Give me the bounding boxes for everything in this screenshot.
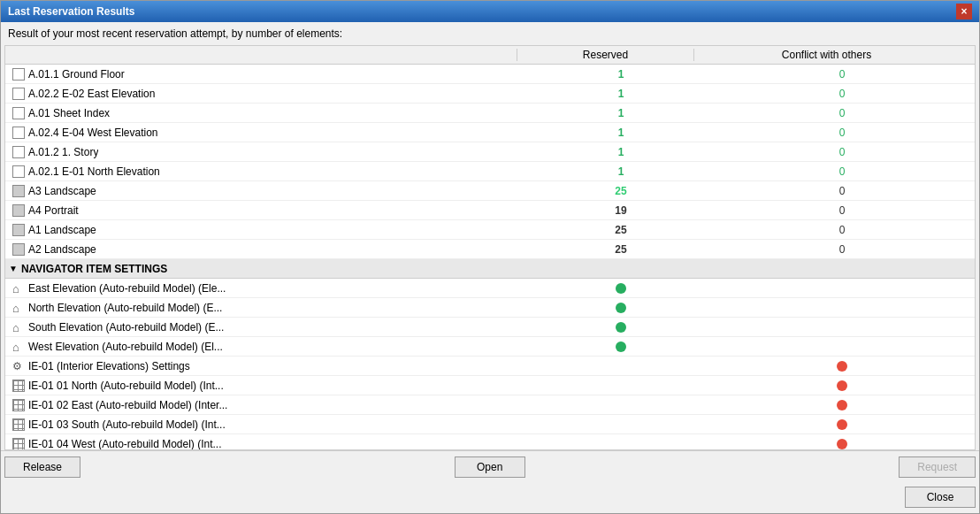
table-header: Reserved Conflict with others (5, 46, 975, 65)
table-row[interactable]: A.01.1 Ground Floor 1 0 (5, 65, 975, 84)
row-name-cell: A.01 Sheet Index (5, 105, 532, 121)
row-label: South Elevation (Auto-rebuild Model) (E.… (28, 321, 224, 334)
row-name-cell: A2 Landscape (5, 242, 532, 257)
row-conflict-cell: 0 (709, 127, 975, 139)
grid-icon (12, 438, 25, 450)
row-conflict-cell (709, 400, 975, 410)
row-name-cell: IE-01 03 South (Auto-rebuild Model) (Int… (5, 417, 532, 433)
row-reserved-cell: 25 (532, 224, 709, 236)
row-label: A2 Landscape (28, 243, 96, 256)
gear-icon (12, 360, 25, 372)
home-icon (12, 341, 25, 353)
table-row[interactable]: A3 Landscape 25 0 (5, 181, 975, 201)
table-row[interactable]: A.01.2 1. Story 1 0 (5, 142, 975, 162)
chevron-down-icon: ▼ (9, 264, 18, 273)
row-reserved-cell (532, 341, 709, 352)
folder-icon (12, 204, 25, 217)
row-name-cell: A4 Portrait (5, 203, 532, 219)
footer-buttons: Release Open Request (1, 450, 979, 483)
col-conflict-header: Conflict with others (693, 49, 959, 61)
home-icon (12, 321, 25, 334)
table-body[interactable]: A.01.1 Ground Floor 1 0 A.02.2 E-02 East… (5, 65, 975, 449)
close-window-button[interactable]: × (956, 4, 972, 19)
row-conflict-cell: 0 (709, 243, 975, 256)
row-conflict-cell: 0 (709, 165, 975, 178)
close-button[interactable]: Close (905, 487, 976, 508)
row-name-cell: A.02.2 E-02 East Elevation (5, 86, 532, 102)
table-row[interactable]: IE-01 04 West (Auto-rebuild Model) (Int.… (5, 434, 975, 449)
green-dot (616, 303, 626, 313)
main-window: Last Reservation Results × Result of you… (0, 0, 980, 514)
row-conflict-cell (709, 439, 975, 449)
row-label: A4 Portrait (28, 204, 79, 217)
table-row[interactable]: West Elevation (Auto-rebuild Model) (El.… (5, 337, 975, 357)
row-label: IE-01 04 West (Auto-rebuild Model) (Int.… (28, 438, 222, 450)
subtitle: Result of your most recent reservation a… (1, 22, 979, 45)
table-row[interactable]: South Elevation (Auto-rebuild Model) (E.… (5, 318, 975, 337)
row-conflict-cell: 0 (709, 224, 975, 236)
row-reserved-cell: 1 (532, 146, 709, 158)
row-label: A.01.1 Ground Floor (28, 68, 125, 81)
row-label: IE-01 03 South (Auto-rebuild Model) (Int… (28, 418, 226, 431)
table-row[interactable]: IE-01 02 East (Auto-rebuild Model) (Inte… (5, 395, 975, 415)
table-row[interactable]: A1 Landscape 25 0 (5, 220, 975, 240)
request-button[interactable]: Request (899, 456, 976, 478)
grid-icon (12, 418, 25, 431)
sheet-icon (12, 165, 25, 178)
table-row[interactable]: East Elevation (Auto-rebuild Model) (Ele… (5, 279, 975, 298)
row-conflict-cell: 0 (709, 204, 975, 217)
sheet-icon (12, 146, 25, 158)
row-conflict-cell (709, 361, 975, 372)
row-conflict-cell: 0 (709, 88, 975, 100)
row-label: A3 Landscape (28, 185, 96, 197)
sheet-icon (12, 68, 25, 81)
green-dot (616, 283, 626, 294)
sheet-icon (12, 127, 25, 139)
table-row[interactable]: A.02.1 E-01 North Elevation 1 0 (5, 162, 975, 181)
folder-icon (12, 243, 25, 256)
row-label: IE-01 01 North (Auto-rebuild Model) (Int… (28, 380, 224, 392)
row-label: A.01 Sheet Index (28, 107, 110, 119)
table-row[interactable]: A.01 Sheet Index 1 0 (5, 104, 975, 123)
row-label: West Elevation (Auto-rebuild Model) (El.… (28, 341, 223, 353)
row-conflict-cell: 0 (709, 107, 975, 119)
table-row[interactable]: IE-01 (Interior Elevations) Settings (5, 357, 975, 376)
row-label: IE-01 02 East (Auto-rebuild Model) (Inte… (28, 399, 227, 411)
row-name-cell: IE-01 04 West (Auto-rebuild Model) (Int.… (5, 436, 532, 450)
row-reserved-cell: 1 (532, 68, 709, 81)
grid-icon (12, 399, 25, 411)
sheet-icon (12, 107, 25, 119)
green-dot (616, 322, 626, 333)
window-title: Last Reservation Results (8, 5, 134, 18)
col-name-header (5, 49, 517, 61)
table-row[interactable]: A4 Portrait 19 0 (5, 201, 975, 220)
home-icon (12, 302, 25, 314)
row-label: A.02.4 E-04 West Elevation (28, 127, 158, 139)
table-row[interactable]: North Elevation (Auto-rebuild Model) (E.… (5, 298, 975, 318)
title-bar: Last Reservation Results × (1, 1, 979, 22)
row-name-cell: A.02.1 E-01 North Elevation (5, 164, 532, 180)
row-reserved-cell: 1 (532, 127, 709, 139)
content-area: Reserved Conflict with others A.01.1 Gro… (4, 45, 976, 450)
row-reserved-cell: 19 (532, 204, 709, 217)
row-name-cell: A1 Landscape (5, 222, 532, 238)
row-name-cell: IE-01 01 North (Auto-rebuild Model) (Int… (5, 378, 532, 394)
release-button[interactable]: Release (4, 456, 80, 478)
row-reserved-cell (532, 283, 709, 294)
table-row[interactable]: A.02.2 E-02 East Elevation 1 0 (5, 84, 975, 104)
table-row[interactable]: IE-01 01 North (Auto-rebuild Model) (Int… (5, 376, 975, 395)
section-label: NAVIGATOR ITEM SETTINGS (21, 263, 167, 275)
red-dot (837, 419, 847, 430)
table-row[interactable]: A2 Landscape 25 0 (5, 240, 975, 259)
table-row[interactable]: IE-01 03 South (Auto-rebuild Model) (Int… (5, 415, 975, 434)
row-label: East Elevation (Auto-rebuild Model) (Ele… (28, 282, 226, 295)
row-name-cell: A3 Landscape (5, 183, 532, 199)
open-button[interactable]: Open (455, 456, 525, 478)
row-name-cell: A.01.1 Ground Floor (5, 66, 532, 82)
row-conflict-cell: 0 (709, 68, 975, 81)
home-icon (12, 282, 25, 295)
table-row[interactable]: A.02.4 E-04 West Elevation 1 0 (5, 123, 975, 142)
row-conflict-cell (709, 419, 975, 430)
row-name-cell: North Elevation (Auto-rebuild Model) (E.… (5, 300, 532, 316)
row-reserved-cell: 1 (532, 165, 709, 178)
